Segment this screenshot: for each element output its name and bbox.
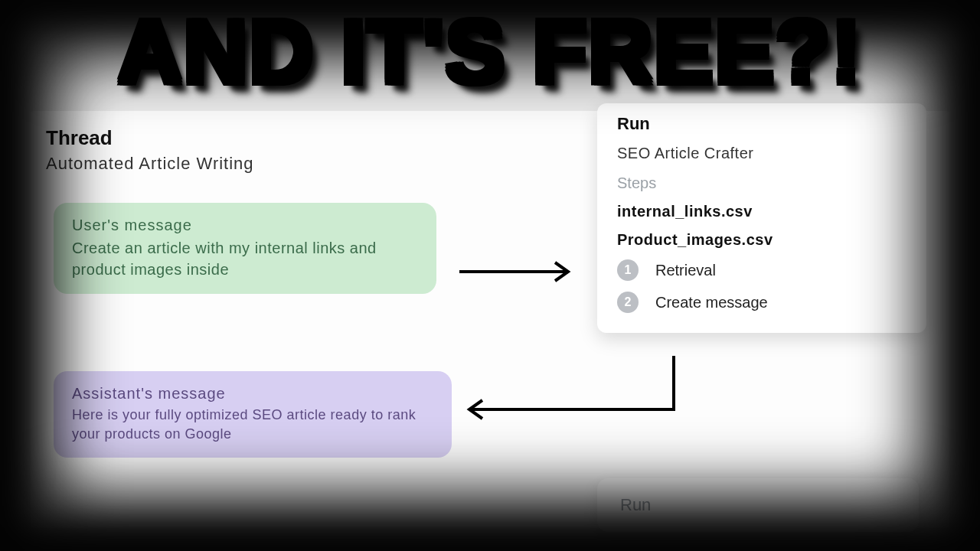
user-message-body: Create an article with my internal links…	[72, 237, 418, 280]
user-message-bubble: User's message Create an article with my…	[54, 203, 436, 294]
arrow-right-icon	[459, 256, 582, 287]
headline-overlay: AND IT'S FREE?!	[0, 8, 980, 96]
assistant-message-body: Here is your fully optimized SEO article…	[72, 406, 433, 444]
step-number-badge: 2	[617, 292, 639, 313]
run-crafter-name: SEO Article Crafter	[617, 145, 906, 162]
step-label: Retrieval	[655, 262, 716, 279]
step-number-badge: 1	[617, 259, 639, 281]
step-label: Create message	[655, 294, 768, 311]
run-step[interactable]: 2 Create message	[617, 292, 906, 313]
run-title: Run	[617, 114, 906, 134]
thread-title: Thread	[46, 126, 113, 150]
run-panel: Run SEO Article Crafter Steps internal_l…	[597, 103, 926, 333]
thread-subtitle: Automated Article Writing	[46, 154, 254, 174]
run-file: Product_images.csv	[617, 231, 906, 249]
run-button[interactable]: Run	[597, 478, 919, 532]
user-message-label: User's message	[72, 217, 418, 234]
arrow-down-left-icon	[459, 356, 689, 448]
run-steps-label: Steps	[617, 174, 906, 192]
run-button-label: Run	[620, 495, 651, 515]
run-step[interactable]: 1 Retrieval	[617, 259, 906, 281]
content-stage: Thread Automated Article Writing User's …	[31, 111, 949, 528]
run-file: internal_links.csv	[617, 203, 906, 220]
assistant-message-label: Assistant's message	[72, 385, 433, 403]
assistant-message-bubble: Assistant's message Here is your fully o…	[54, 371, 452, 458]
